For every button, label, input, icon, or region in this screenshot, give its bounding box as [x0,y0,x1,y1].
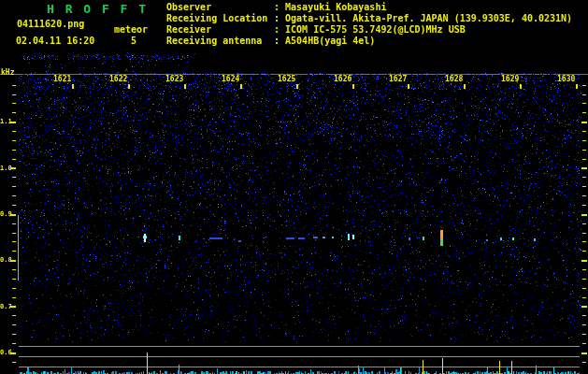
y-tick-label-0.6: 0.6 [0,350,12,356]
station-info: Observer: Masayuki KobayashiReceiving Lo… [166,2,572,47]
x-tick-label-1623: 1623 [165,76,183,83]
station-info-row: Receiving Location: Ogata-vill. Akita-Pr… [166,13,572,24]
filename-label: 04111620.png [17,19,84,29]
info-value: A504HB(yagi 4el) [285,36,375,46]
info-label: Receiver [166,24,274,36]
x-tick-label-1621: 1621 [53,76,71,83]
x-tick-label-1626: 1626 [334,76,351,83]
mode-label: meteor [114,24,148,35]
x-tick-label-1622: 1622 [109,76,127,83]
x-tick-label-1624: 1624 [222,76,239,83]
y-axis-unit-label: kHz [1,69,14,77]
info-label: Observer [166,2,274,13]
hrofft-window: H R O F F T 04111620.png meteor 02.04.11… [0,0,588,374]
x-tick-label-1630: 1630 [557,76,575,83]
datetime-label: 02.04.11 16:20 [16,36,94,46]
app-title: H R O F F T [47,2,148,16]
y-tick-label-1.0: 1.0 [0,165,12,172]
info-colon: : [274,2,285,12]
spectrogram-canvas [0,0,588,374]
station-info-row: Receiver: ICOM IC-575 53.7492(@LCD)MHz U… [166,24,572,36]
station-info-row: Observer: Masayuki Kobayashi [166,2,572,13]
info-label: Receiving antenna [166,36,274,47]
x-tick-label-1628: 1628 [445,76,463,83]
x-tick-label-1625: 1625 [278,76,295,83]
info-label: Receiving Location [166,13,274,24]
info-value: ICOM IC-575 53.7492(@LCD)MHz USB [285,24,466,35]
header: H R O F F T 04111620.png meteor 02.04.11… [0,0,588,52]
info-colon: : [274,13,285,23]
x-tick-label-1627: 1627 [389,76,407,83]
y-tick-label-0.8: 0.8 [0,257,12,264]
y-tick-label-1.1: 1.1 [0,119,12,125]
meteor-count: 5 [131,36,136,46]
y-tick-label-0.9: 0.9 [0,211,12,218]
info-value: Ogata-vill. Akita-Pref. JAPAN (139.9303E… [285,13,572,23]
y-tick-label-0.7: 0.7 [0,304,12,310]
info-colon: : [274,24,285,35]
info-colon: : [274,36,285,46]
info-value: Masayuki Kobayashi [285,2,386,12]
station-info-row: Receiving antenna: A504HB(yagi 4el) [166,36,572,47]
x-tick-label-1629: 1629 [501,76,519,83]
